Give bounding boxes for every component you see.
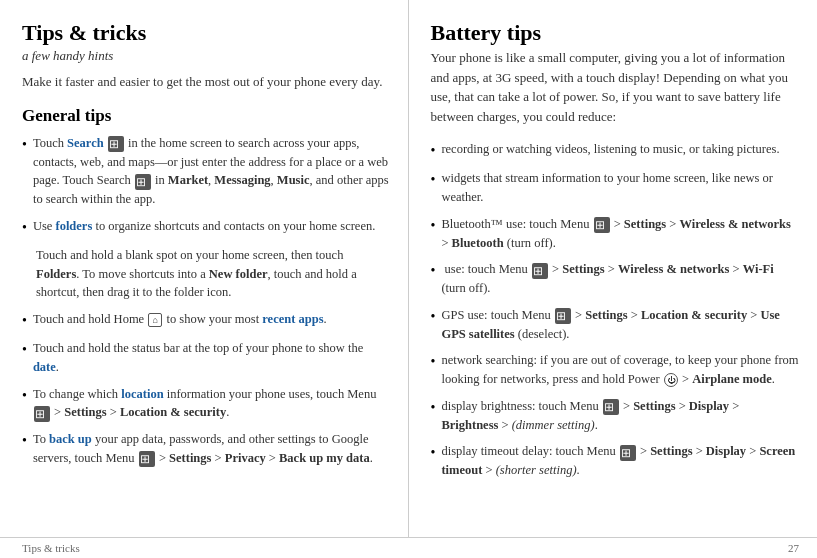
search-highlight: Search <box>67 136 104 150</box>
list-item: GPS use: touch Menu > Settings > Locatio… <box>431 306 800 344</box>
menu-icon-bt <box>594 217 610 233</box>
home-icon: ⌂ <box>148 313 162 327</box>
bullet-recent: Touch and hold Home ⌂ to show your most … <box>33 310 327 329</box>
bullet-wifi: use: touch Menu > Settings > Wireless & … <box>441 260 799 298</box>
right-intro: Your phone is like a small computer, giv… <box>431 48 800 126</box>
power-icon: ⏻ <box>664 373 678 387</box>
bullet-search: Touch Search in the home screen to searc… <box>33 134 390 209</box>
bullet-backup: To back up your app data, passwords, and… <box>33 430 390 468</box>
folders-sub: Touch and hold a blank spot on your home… <box>36 246 390 302</box>
recent-apps-highlight: recent apps <box>262 312 323 326</box>
bullet-date: Touch and hold the status bar at the top… <box>33 339 390 377</box>
left-intro: Make it faster and easier to get the mos… <box>22 72 390 92</box>
general-tips-list-2: Touch and hold Home ⌂ to show your most … <box>22 310 390 468</box>
list-item: network searching: if you are out of cov… <box>431 351 800 389</box>
left-title: Tips & tricks <box>22 20 390 46</box>
backup-highlight: back up <box>49 432 92 446</box>
list-item: Touch and hold Home ⌂ to show your most … <box>22 310 390 331</box>
list-item: Bluetooth™ use: touch Menu > Settings > … <box>431 215 800 253</box>
left-subtitle: a few handy hints <box>22 48 390 64</box>
list-item: use: touch Menu > Settings > Wireless & … <box>431 260 800 298</box>
list-item: To back up your app data, passwords, and… <box>22 430 390 468</box>
bullet-gps: GPS use: touch Menu > Settings > Locatio… <box>441 306 799 344</box>
general-tips-heading: General tips <box>22 106 390 126</box>
bullet-network: network searching: if you are out of cov… <box>441 351 799 389</box>
bullet-folders: Use folders to organize shortcuts and co… <box>33 217 375 236</box>
bullet-widgets: widgets that stream information to your … <box>441 169 799 207</box>
page-footer: Tips & tricks 27 <box>0 537 817 558</box>
list-item: widgets that stream information to your … <box>431 169 800 207</box>
bullet-location: To change which location information you… <box>33 385 390 423</box>
right-title: Battery tips <box>431 20 800 46</box>
list-item: Touch Search in the home screen to searc… <box>22 134 390 209</box>
right-column: Battery tips Your phone is like a small … <box>409 0 818 537</box>
battery-tips-list: recording or watching videos, listening … <box>431 140 800 480</box>
menu-icon-brightness <box>603 399 619 415</box>
general-tips-list: Touch Search in the home screen to searc… <box>22 134 390 238</box>
menu-icon-gps <box>555 308 571 324</box>
folders-highlight: folders <box>55 219 92 233</box>
menu-icon-timeout <box>620 445 636 461</box>
bullet-brightness: display brightness: touch Menu > Setting… <box>441 397 799 435</box>
list-item: display brightness: touch Menu > Setting… <box>431 397 800 435</box>
bullet-timeout: display timeout delay: touch Menu > Sett… <box>441 442 799 480</box>
menu-icon-2 <box>139 451 155 467</box>
menu-icon <box>34 406 50 422</box>
search-icon-2 <box>135 174 151 190</box>
location-highlight: location <box>121 387 163 401</box>
date-highlight: date <box>33 360 56 374</box>
footer-left-text: Tips & tricks <box>22 542 80 554</box>
list-item: To change which location information you… <box>22 385 390 423</box>
list-item: display timeout delay: touch Menu > Sett… <box>431 442 800 480</box>
bullet-bluetooth: Bluetooth™ use: touch Menu > Settings > … <box>441 215 799 253</box>
search-icon <box>108 136 124 152</box>
menu-icon-wifi <box>532 263 548 279</box>
list-item: Touch and hold the status bar at the top… <box>22 339 390 377</box>
footer-page-number: 27 <box>788 542 799 554</box>
bullet-recording: recording or watching videos, listening … <box>441 140 779 159</box>
list-item: Use folders to organize shortcuts and co… <box>22 217 390 238</box>
left-column: Tips & tricks a few handy hints Make it … <box>0 0 409 537</box>
list-item: recording or watching videos, listening … <box>431 140 800 161</box>
